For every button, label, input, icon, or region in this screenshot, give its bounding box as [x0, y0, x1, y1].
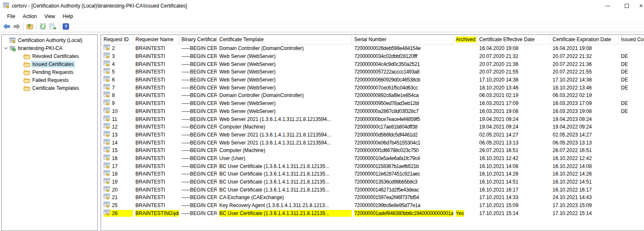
table-row[interactable]: 15BRAINTESTI-----BEGIN CERTI...Computer …	[101, 147, 644, 155]
menu-view[interactable]: View	[41, 13, 59, 20]
cell-text-template: Key Recovery Agent (1.3.6.1.4.1.311.21.8…	[219, 202, 329, 208]
cell-text-expiration: 20.07.2022 21:36	[553, 61, 592, 67]
cell-template: BC User Certificate (1.3.6.1.4.1.311.21.…	[217, 178, 352, 186]
table-row[interactable]: 16BRAINTESTI-----BEGIN CERTI...User (Use…	[101, 155, 644, 163]
consoleRoot-icon	[9, 37, 17, 44]
cell-country	[618, 170, 644, 178]
cell-text-template: Domain Controller (DomainController)	[219, 45, 304, 51]
table-row[interactable]: 4BRAINTESTI-----BEGIN CERTI...Web Server…	[101, 60, 644, 68]
forward-button[interactable]	[12, 22, 22, 31]
certificate-icon	[104, 170, 112, 178]
cell-text-effective: 16.10.2021 16:17	[479, 187, 518, 193]
cell-country	[618, 155, 644, 163]
cell-archived	[453, 186, 477, 194]
cell-template: CA Exchange (CAExchange)	[217, 194, 352, 202]
cell-effective: 17.10.2021 15:14	[477, 209, 550, 217]
cell-archived	[453, 178, 477, 186]
menu-action[interactable]: Action	[19, 13, 40, 20]
column-header-certificate-template[interactable]: Certificate Template	[217, 35, 352, 44]
cell-requester: BRAINTESTI	[133, 84, 179, 92]
cell-country: DE	[618, 68, 644, 76]
folder-icon	[23, 69, 31, 75]
cell-template: Web Server (WebServer)	[217, 76, 352, 84]
column-header-certificate-effective-date[interactable]: Certificate Effective Date	[477, 35, 550, 44]
cell-expiration: 17.10.2022 15:14	[550, 209, 618, 217]
table-row[interactable]: 25BRAINTESTI-----BEGIN CERTI...Key Recov…	[101, 202, 644, 210]
minimize-button[interactable]: —	[598, 0, 617, 12]
column-header-archived-key[interactable]: Archived Key	[453, 35, 477, 44]
cell-text-requester: BRAINTESTI	[135, 53, 165, 59]
table-row[interactable]: 14BRAINTESTI-----BEGIN CERTI...Web Serve…	[101, 139, 644, 147]
column-header-request-id[interactable]: Request ID	[101, 35, 133, 44]
table-row[interactable]: 19BRAINTESTI-----BEGIN CERTI...BC User C…	[101, 178, 644, 186]
sidebar-item-ca-node[interactable]: braintesting-PKI-CA	[2, 44, 97, 52]
cell-text-id: 20	[112, 187, 117, 193]
back-icon	[3, 24, 10, 29]
table-row[interactable]: 17BRAINTESTI-----BEGIN CERTI...BC User C…	[101, 162, 644, 170]
table-row[interactable]: 8BRAINTESTI-----BEGIN CERTI...Domain Con…	[101, 92, 644, 100]
export-list-button[interactable]	[48, 22, 58, 31]
up-one-level-button[interactable]	[25, 22, 35, 31]
table-row[interactable]: 7BRAINTESTI-----BEGIN CERTI...Web Server…	[101, 84, 644, 92]
restore-button[interactable]	[617, 0, 636, 12]
sidebar-item-issued-certificates[interactable]: Issued Certificates	[2, 60, 97, 68]
close-button[interactable]: ✕	[636, 0, 644, 12]
cell-text-id: 11	[112, 116, 117, 122]
cell-template: Web Server 2021 (1.3.6.1.4.1.311.21.8.12…	[217, 139, 352, 147]
menu-file[interactable]: File	[3, 13, 19, 20]
sidebar-item-certificate-templates[interactable]: Certificate Templates	[2, 84, 97, 92]
cell-binary: -----BEGIN CERTI...	[179, 178, 217, 186]
cell-text-effective: 16.10.2021 14:26	[479, 171, 518, 177]
cell-text-requester: BRAINTESTING\jdoe	[135, 210, 179, 216]
sidebar-item-pending-requests[interactable]: Pending Requests	[2, 68, 97, 76]
chevron-down-icon[interactable]	[3, 46, 9, 50]
cell-text-requester: BRAINTESTI	[135, 132, 165, 138]
cell-text-expiration: 16.04.2021 19:08	[553, 45, 592, 51]
cell-expiration: 16.04.2021 19:08	[550, 45, 618, 52]
cell-archived	[453, 139, 477, 147]
cell-text-serial: 720000000892c6af8e1e854ca	[354, 92, 418, 98]
column-header-requester-name[interactable]: Requester Name	[133, 35, 179, 44]
certificate-icon	[104, 84, 112, 92]
cell-binary: -----BEGIN CERTI...	[179, 170, 217, 178]
back-button[interactable]	[2, 22, 12, 31]
table-row[interactable]: 2BRAINTESTI-----BEGIN CERTI...Domain Con…	[101, 45, 644, 52]
cell-archived	[453, 84, 477, 92]
refresh-button[interactable]	[38, 22, 48, 31]
table-row[interactable]: 12BRAINTESTI-----BEGIN CERTI...Computer …	[101, 123, 644, 131]
table-row[interactable]: 10BRAINTESTI-----BEGIN CERTI...Web Serve…	[101, 108, 644, 116]
cell-effective: 17.10.2021 15:09	[477, 202, 550, 210]
table-row[interactable]: 9BRAINTESTI-----BEGIN CERTI...Web Server…	[101, 100, 644, 108]
table-row[interactable]: 6BRAINTESTI-----BEGIN CERTI...Web Server…	[101, 76, 644, 84]
cell-expiration: 16.03.2023 19:08	[550, 108, 618, 116]
cell-text-serial: 7200000004c4c9d0c350a2521	[354, 61, 420, 67]
cell-expiration: 16.10.2022 16:17	[550, 186, 618, 194]
table-row[interactable]: 18BRAINTESTI-----BEGIN CERTI...BC User C…	[101, 170, 644, 178]
table-row[interactable]: 5BRAINTESTI-----BEGIN CERTI...Web Server…	[101, 68, 644, 76]
column-header-serial-number[interactable]: Serial Number	[352, 35, 453, 44]
cell-requester: BRAINTESTI	[133, 194, 179, 202]
column-header-binary-certificate[interactable]: Binary Certificate	[179, 35, 217, 44]
table-row[interactable]: 13BRAINTESTI-----BEGIN CERTI...Web Serve…	[101, 131, 644, 139]
cell-text-effective: 17.10.2021 14:33	[479, 194, 518, 200]
column-header-certificate-expiration-date[interactable]: Certificate Expiration Date	[550, 35, 618, 44]
table-row[interactable]: 3BRAINTESTI-----BEGIN CERTI...Web Server…	[101, 52, 644, 60]
help-button[interactable]: ?	[61, 22, 71, 31]
cell-text-serial: 72000000057222acccc1493a8	[354, 69, 419, 75]
table-row[interactable]: 21BRAINTESTI-----BEGIN CERTI...CA Exchan…	[101, 194, 644, 202]
column-header-issued-cou[interactable]: Issued Cou	[618, 35, 644, 44]
cell-archived	[453, 202, 477, 210]
sidebar-item-failed-requests[interactable]: Failed Requests	[2, 76, 97, 84]
cell-text-binary: -----BEGIN CERTI...	[182, 124, 217, 130]
sidebar-item-certification-authority-root[interactable]: Certification Authority (Local)	[2, 36, 97, 44]
menu-help[interactable]: Help	[59, 13, 77, 20]
cell-archived	[453, 115, 477, 123]
certificate-icon	[104, 194, 112, 201]
table-row[interactable]: 11BRAINTESTI-----BEGIN CERTI...Web Serve…	[101, 115, 644, 123]
table-row[interactable]: 20BRAINTESTI-----BEGIN CERTI...BC User C…	[101, 186, 644, 194]
certificate-icon	[104, 210, 112, 217]
cell-text-id: 7	[112, 85, 115, 91]
table-row[interactable]: 26BRAINTESTING\jdoe-----BEGIN CERTI...BC…	[101, 209, 644, 217]
cell-binary: -----BEGIN CERTI...	[179, 100, 217, 108]
sidebar-item-revoked-certificates[interactable]: Revoked Certificates	[2, 52, 97, 60]
